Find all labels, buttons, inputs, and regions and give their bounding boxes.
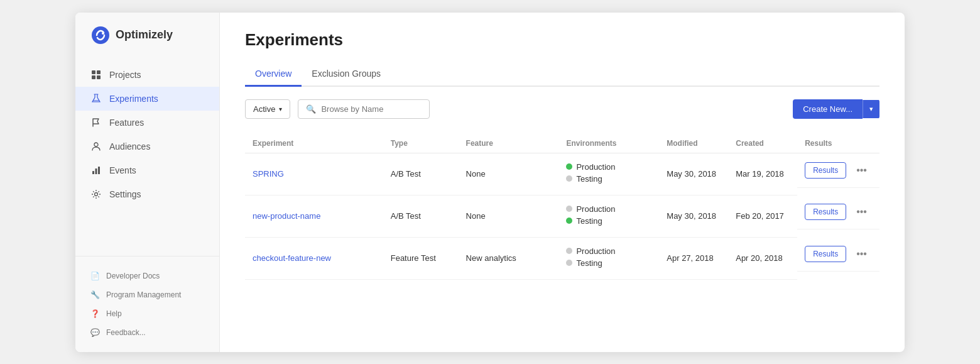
tab-exclusion-groups[interactable]: Exclusion Groups [302, 62, 391, 87]
env-active-dot [566, 163, 572, 170]
search-input[interactable] [321, 104, 422, 114]
experiment-created: Feb 20, 2017 [728, 195, 797, 237]
experiment-environments: ProductionTesting [558, 153, 659, 195]
sidebar-item-events[interactable]: Events [75, 158, 219, 182]
chart-icon [90, 165, 102, 176]
sidebar-item-projects-label: Projects [109, 70, 141, 80]
experiment-link[interactable]: checkout-feature-new [253, 253, 331, 263]
sidebar-bottom-feedback[interactable]: 💬 Feedback... [75, 323, 219, 342]
help-label: Help [106, 309, 122, 318]
sidebar-item-settings[interactable]: Settings [75, 182, 219, 206]
experiment-modified: May 30, 2018 [659, 153, 728, 195]
env-row: Production [566, 246, 651, 256]
sidebar-item-audiences[interactable]: Audiences [75, 135, 219, 158]
env-row: Testing [566, 216, 651, 226]
more-options-button[interactable]: ••• [851, 204, 872, 220]
th-created: Created [728, 134, 797, 153]
svg-rect-4 [92, 75, 95, 79]
sidebar-item-audiences-label: Audiences [109, 141, 150, 152]
env-name: Testing [576, 216, 602, 226]
th-feature: Feature [459, 134, 559, 153]
main-content: Experiments Overview Exclusion Groups Ac… [220, 13, 905, 352]
logo-text: Optimizely [116, 28, 173, 41]
svg-rect-3 [97, 70, 101, 74]
env-row: Production [566, 204, 651, 214]
program-management-label: Program Management [106, 290, 181, 299]
experiment-feature: New analytics [459, 237, 559, 279]
experiment-link[interactable]: SPRING [253, 169, 284, 179]
env-name: Testing [576, 258, 602, 268]
more-options-button[interactable]: ••• [851, 246, 872, 262]
svg-point-1 [102, 32, 104, 35]
sidebar-bottom-program-management[interactable]: 🔧 Program Management [75, 285, 219, 304]
svg-point-6 [94, 143, 98, 146]
results-button[interactable]: Results [805, 204, 846, 220]
active-filter-button[interactable]: Active ▾ [245, 99, 290, 119]
experiments-table: Experiment Type Feature Environments Mod… [245, 134, 879, 280]
page-title: Experiments [245, 30, 879, 50]
flask-icon [90, 93, 102, 104]
sidebar-item-experiments-label: Experiments [109, 94, 158, 104]
th-environments: Environments [558, 134, 659, 153]
svg-point-10 [95, 192, 98, 196]
active-filter-label: Active [253, 104, 275, 114]
results-button[interactable]: Results [805, 162, 846, 179]
sidebar-item-settings-label: Settings [109, 189, 141, 199]
experiment-type: Feature Test [383, 237, 459, 279]
create-new-button[interactable]: Create New... [793, 99, 863, 119]
tab-overview[interactable]: Overview [245, 62, 302, 87]
sidebar-bottom-developer-docs[interactable]: 📄 Developer Docs [75, 267, 219, 285]
gear-icon [90, 189, 102, 200]
sidebar-nav: Projects Experiments Features [75, 58, 219, 256]
table-row: new-product-nameA/B TestNoneProductionTe… [245, 195, 879, 237]
experiment-type: A/B Test [383, 195, 459, 237]
app-container: Optimizely Projects Experiments [75, 13, 905, 352]
env-inactive-dot [566, 248, 572, 254]
help-icon: ❓ [90, 309, 100, 318]
results-button[interactable]: Results [805, 246, 846, 262]
program-icon: 🔧 [90, 290, 100, 299]
th-type: Type [383, 134, 459, 153]
create-new-button-group: Create New... ▾ [793, 99, 879, 119]
search-icon: 🔍 [306, 104, 316, 114]
sidebar-item-projects[interactable]: Projects [75, 63, 219, 87]
experiment-environments: ProductionTesting [558, 237, 659, 279]
env-name: Production [576, 162, 615, 172]
flag-icon [90, 117, 102, 128]
sidebar-item-events-label: Events [109, 165, 136, 175]
sidebar-item-features[interactable]: Features [75, 111, 219, 135]
env-inactive-dot [566, 260, 572, 266]
grid-icon [90, 69, 102, 80]
svg-point-0 [92, 26, 109, 44]
env-row: Testing [566, 258, 651, 268]
env-row: Testing [566, 174, 651, 184]
create-new-dropdown-button[interactable]: ▾ [863, 100, 879, 118]
sidebar: Optimizely Projects Experiments [75, 13, 220, 352]
env-inactive-dot [566, 175, 572, 182]
developer-docs-label: Developer Docs [106, 272, 160, 280]
feedback-label: Feedback... [106, 328, 146, 337]
env-inactive-dot [566, 206, 572, 212]
env-name: Production [576, 204, 615, 214]
env-row: Production [566, 162, 651, 172]
svg-rect-2 [92, 70, 95, 74]
more-options-button[interactable]: ••• [851, 162, 872, 179]
chevron-down-icon: ▾ [279, 106, 282, 113]
toolbar: Active ▾ 🔍 Create New... ▾ [245, 99, 879, 119]
experiment-feature: None [459, 153, 559, 195]
search-box: 🔍 [298, 99, 430, 119]
sidebar-item-experiments[interactable]: Experiments [75, 87, 219, 111]
sidebar-logo: Optimizely [75, 13, 219, 58]
sidebar-item-features-label: Features [109, 118, 144, 128]
experiment-link[interactable]: new-product-name [253, 211, 320, 221]
table-row: SPRINGA/B TestNoneProductionTestingMay 3… [245, 153, 879, 195]
experiment-created: Apr 20, 2018 [728, 237, 797, 279]
app-wrapper: Optimizely Projects Experiments [0, 0, 980, 364]
feedback-icon: 💬 [90, 328, 100, 337]
experiment-modified: May 30, 2018 [659, 195, 728, 237]
doc-icon: 📄 [90, 272, 100, 280]
svg-rect-7 [92, 171, 94, 174]
svg-rect-5 [97, 75, 101, 79]
th-results: Results [797, 134, 879, 153]
sidebar-bottom-help[interactable]: ❓ Help [75, 304, 219, 323]
